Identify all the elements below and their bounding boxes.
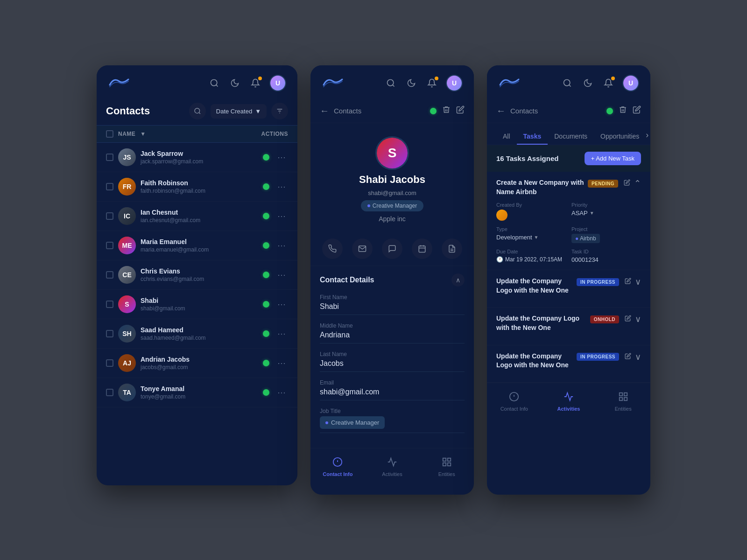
contact-row[interactable]: AJ Andrian Jacobs jacobs@gmail.com ⋯ (97, 349, 297, 378)
contact-checkbox-7[interactable] (106, 359, 113, 367)
edit-icon-p2[interactable] (456, 105, 465, 116)
task-title-row-3: Update the Company Logo with the New One… (496, 352, 641, 370)
task-badge-0: PENDING (588, 180, 618, 188)
svg-rect-30 (619, 398, 622, 400)
more-btn-3[interactable]: ⋯ (275, 239, 288, 252)
task-collapse-btn-0[interactable]: ⌃ (634, 178, 641, 189)
contact-checkbox-8[interactable] (106, 389, 113, 396)
contact-checkbox-0[interactable] (106, 154, 113, 161)
user-avatar-p2[interactable]: U (446, 75, 463, 91)
user-avatar-p1[interactable]: U (269, 75, 286, 91)
notes-btn[interactable] (442, 238, 462, 259)
field-label-3: Email (320, 379, 465, 386)
search-icon-p1[interactable] (208, 77, 221, 90)
table-header: NAME ▼ ACTIONS (97, 125, 297, 143)
chat-btn[interactable] (382, 238, 402, 259)
calendar-btn[interactable] (412, 238, 432, 259)
notification-icon-p2[interactable] (425, 77, 438, 90)
delete-icon-p2[interactable] (442, 105, 451, 116)
nav-activities-p3[interactable]: Activities (542, 388, 596, 415)
back-right-p3 (606, 105, 641, 116)
search-icon-p3[interactable] (561, 77, 574, 90)
contact-checkbox-2[interactable] (106, 212, 113, 220)
task-collapse-btn-1[interactable]: ∨ (635, 277, 641, 287)
collapse-btn-p2[interactable]: ∧ (451, 273, 465, 287)
more-btn-7[interactable]: ⋯ (275, 357, 288, 370)
field-value-1: Andriana (320, 331, 465, 343)
search-contacts-btn[interactable] (189, 103, 206, 119)
task-title-3: Update the Company Logo with the New One (496, 352, 573, 370)
notification-icon-p3[interactable] (602, 77, 615, 90)
logo-panel3 (498, 76, 521, 91)
more-btn-1[interactable]: ⋯ (275, 180, 288, 193)
contact-row[interactable]: CE Chris Evians cchris.evians@gmail.com … (97, 260, 297, 290)
meta-created-by-label: Created By (496, 202, 566, 208)
meta-type-value: Development ▼ (496, 234, 566, 241)
task-edit-btn-3[interactable] (625, 353, 631, 361)
contact-row[interactable]: S Shabi shabi@gmail.com ⋯ (97, 290, 297, 319)
task-edit-btn-2[interactable] (625, 315, 631, 323)
add-task-btn[interactable]: + Add New Task (585, 152, 641, 165)
back-left-p3: ← Contacts (496, 105, 538, 116)
task-collapse-btn-2[interactable]: ∨ (635, 314, 641, 324)
contact-row[interactable]: SH Saad Hameed saad.hameed@gmail.com ⋯ (97, 319, 297, 349)
contact-checkbox-6[interactable] (106, 330, 113, 337)
phone-btn[interactable] (322, 238, 343, 259)
contact-row[interactable]: FR Faith Robinson faith.robinson@gmail.c… (97, 172, 297, 202)
contact-checkbox-1[interactable] (106, 183, 113, 190)
moon-icon-p3[interactable] (581, 77, 594, 90)
moon-icon-p1[interactable] (228, 77, 241, 90)
nav-contactinfo-p3[interactable]: Contact Info (487, 388, 542, 415)
contact-row-left: SH Saad Hameed saad.hameed@gmail.com (106, 325, 263, 343)
sort-arrow[interactable]: ▼ (140, 131, 146, 137)
select-all-checkbox[interactable] (106, 130, 113, 138)
tab-tasks[interactable]: Tasks (517, 129, 548, 145)
contact-details-section: Contact Details ∧ First Name Shabi Middl… (310, 266, 474, 448)
job-tag-dot (325, 421, 328, 424)
edit-icon-p3[interactable] (633, 105, 641, 116)
task-title-row-0: Create a New Company with Name Airbnb PE… (496, 178, 641, 196)
nav-activities-p2[interactable]: Activities (365, 453, 420, 481)
contact-name-8: Tonye Amanal (141, 385, 263, 392)
contact-row[interactable]: IC Ian Chesnut ian.chesnut@gmail.com ⋯ (97, 202, 297, 231)
back-right-p2 (430, 105, 465, 116)
back-button-p3[interactable]: ← (496, 105, 506, 116)
back-button-p2[interactable]: ← (320, 105, 329, 116)
contact-email-3: maria.emanuel@gmail.com (141, 246, 263, 253)
more-btn-5[interactable]: ⋯ (275, 298, 288, 311)
more-btn-2[interactable]: ⋯ (275, 210, 288, 223)
search-icon-p2[interactable] (384, 77, 397, 90)
contact-row[interactable]: ME Maria Emanuel maria.emanuel@gmail.com… (97, 231, 297, 260)
tab-documents[interactable]: Documents (548, 129, 594, 145)
top-bar-icons-panel1: U (208, 75, 286, 91)
contact-checkbox-3[interactable] (106, 242, 113, 249)
user-avatar-p3[interactable]: U (622, 75, 639, 91)
email-btn[interactable] (352, 238, 373, 259)
tabs-more-arrow[interactable]: › (646, 130, 648, 144)
more-btn-0[interactable]: ⋯ (275, 151, 288, 164)
more-btn-8[interactable]: ⋯ (275, 386, 288, 399)
filter-icon-btn[interactable] (271, 103, 288, 119)
entities-icon-p3 (618, 392, 628, 404)
more-btn-6[interactable]: ⋯ (275, 327, 288, 340)
notification-icon-p1[interactable] (249, 77, 262, 90)
contact-row[interactable]: TA Tonye Amanal tonye@gmail.com ⋯ (97, 378, 297, 407)
task-actions-0: PENDING ⌃ (584, 178, 641, 189)
moon-icon-p2[interactable] (405, 77, 418, 90)
nav-contactinfo-p2[interactable]: Contact Info (310, 453, 365, 481)
svg-rect-28 (624, 393, 627, 396)
more-btn-4[interactable]: ⋯ (275, 268, 288, 281)
contact-checkbox-5[interactable] (106, 301, 113, 308)
nav-entities-p2[interactable]: Entities (419, 453, 474, 481)
contact-row[interactable]: JS Jack Sparrow jack.sparrow@gmail.com ⋯ (97, 143, 297, 172)
date-filter-btn[interactable]: Date Created ▼ (211, 104, 267, 119)
tabs-row-p3: All Tasks Documents Opportunities › (487, 123, 650, 145)
contact-checkbox-4[interactable] (106, 271, 113, 279)
delete-icon-p3[interactable] (619, 105, 627, 116)
nav-entities-p3[interactable]: Entities (596, 388, 650, 415)
task-edit-btn-1[interactable] (625, 278, 631, 286)
task-collapse-btn-3[interactable]: ∨ (635, 352, 641, 362)
tab-opportunities[interactable]: Opportunities (594, 129, 646, 145)
tab-all[interactable]: All (496, 129, 517, 145)
task-edit-btn-0[interactable] (624, 179, 630, 188)
